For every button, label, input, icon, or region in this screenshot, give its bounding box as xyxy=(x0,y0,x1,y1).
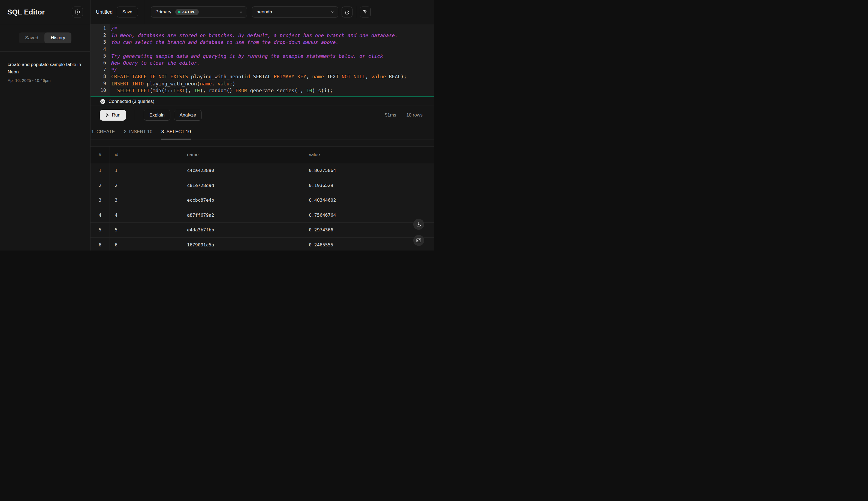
comment-token: You can select the branch and database t… xyxy=(111,39,339,45)
keyword-token: name xyxy=(312,74,324,79)
result-tab-1[interactable]: 1: CREATE xyxy=(91,125,116,139)
connection-status-bar: Connected (3 queries) xyxy=(90,97,434,106)
play-icon xyxy=(105,113,109,117)
line-number-gutter: 12345678910 xyxy=(90,24,110,96)
chevron-down-icon xyxy=(330,10,334,14)
sql-code-editor[interactable]: 12345678910 /*In Neon, databases are sto… xyxy=(90,24,434,96)
expand-results-button[interactable] xyxy=(413,235,424,246)
comment-token: */ xyxy=(111,67,117,73)
comment-token: Try generating sample data and querying … xyxy=(111,53,383,59)
line-number: 2 xyxy=(90,32,106,39)
code-line: In Neon, databases are stored on branche… xyxy=(111,32,434,39)
explain-button[interactable]: Explain xyxy=(144,110,171,121)
line-number: 6 xyxy=(90,60,106,66)
comment-token: New Query to clear the editor. xyxy=(111,60,200,66)
query-duration: 51ms xyxy=(385,113,396,118)
code-line: CREATE TABLE IF NOT EXISTS playing_with_… xyxy=(111,73,434,80)
table-row[interactable]: 33eccbc87e4b0.40344602 xyxy=(90,193,434,208)
branch-status-label: ACTIVE xyxy=(183,10,196,14)
keyword-token: TEXT xyxy=(173,88,185,93)
table-cell: 0.75646764 xyxy=(304,208,434,223)
table-row[interactable]: 11c4ca4238a00.86275864 xyxy=(90,163,434,178)
keyword-token: id xyxy=(244,74,250,79)
code-line: Try generating sample data and querying … xyxy=(111,53,434,60)
result-tab-3[interactable]: 3: SELECT 10 xyxy=(161,125,191,139)
sparkles-icon xyxy=(362,9,368,15)
line-number: 1 xyxy=(90,25,106,32)
code-token: ), xyxy=(185,88,194,93)
active-status-dot xyxy=(178,11,180,13)
table-cell: 1 xyxy=(110,163,182,178)
database-select-value: neondb xyxy=(256,9,272,15)
tab-history[interactable]: History xyxy=(44,32,72,43)
database-select[interactable]: neondb xyxy=(252,6,338,18)
keyword-token: SELECT xyxy=(117,88,135,93)
query-row-count: 10 rows xyxy=(406,113,422,118)
saved-history-toggle: Saved History xyxy=(19,32,72,43)
tab-saved[interactable]: Saved xyxy=(19,32,44,43)
code-token: TEXT xyxy=(324,74,342,79)
table-row[interactable]: 44a87ff679a20.75646764 xyxy=(90,208,434,223)
code-token: playing_with_neon( xyxy=(188,74,244,79)
keyword-token: PRIMARY KEY xyxy=(274,74,306,79)
code-line: */ xyxy=(111,66,434,73)
row-number-cell: 5 xyxy=(90,223,110,237)
line-number: 3 xyxy=(90,39,106,45)
code-token xyxy=(111,88,117,93)
check-circle-icon xyxy=(100,98,106,105)
keyword-token: value xyxy=(371,74,386,79)
code-area[interactable]: /*In Neon, databases are stored on branc… xyxy=(110,24,434,96)
table-cell: 5 xyxy=(110,223,182,237)
column-header-id: id xyxy=(110,147,182,163)
query-name[interactable]: Untitled xyxy=(96,9,113,15)
table-cell: 6 xyxy=(110,238,182,251)
history-list-item[interactable]: create and populate sample table in Neon… xyxy=(8,61,83,83)
line-number: 9 xyxy=(90,80,106,87)
keyword-token: LEFT xyxy=(138,88,150,93)
number-token: 1 xyxy=(297,88,300,93)
results-table-header: #idnamevalue xyxy=(90,146,434,163)
keyword-token: FROM xyxy=(235,88,247,93)
run-button[interactable]: Run xyxy=(100,110,126,121)
code-line: /* xyxy=(111,25,434,32)
sql-editor-app: SQL Editor Saved History create and popu… xyxy=(0,0,434,250)
save-button[interactable]: Save xyxy=(117,7,138,18)
table-cell: eccbc87e4b xyxy=(182,193,304,207)
code-token: ) s(i); xyxy=(312,88,333,93)
branch-select[interactable]: Primary ACTIVE xyxy=(151,6,247,18)
line-number: 5 xyxy=(90,53,106,60)
table-row[interactable]: 22c81e728d9d0.1936529 xyxy=(90,178,434,193)
query-timing-button[interactable] xyxy=(342,7,352,18)
table-cell: 0.40344602 xyxy=(304,193,434,207)
download-results-button[interactable] xyxy=(413,219,424,230)
code-line: You can select the branch and database t… xyxy=(111,39,434,45)
code-token: , xyxy=(365,74,371,79)
line-number: 10 xyxy=(90,87,106,94)
code-token: REAL); xyxy=(386,74,407,79)
toolbar-actions xyxy=(338,6,371,18)
editor-toolbar: Untitled Save Primary ACTIVE neondb xyxy=(90,0,434,24)
sidebar-tabs: Saved History xyxy=(0,24,90,52)
code-line: INSERT INTO playing_with_neon(name, valu… xyxy=(111,80,434,87)
table-row[interactable]: 661679091c5a0.2465555 xyxy=(90,238,434,251)
code-token xyxy=(135,88,138,93)
history-item-timestamp: Apr 16, 2025 - 10:46pm xyxy=(8,78,83,83)
run-action-bar: Run Explain Analyze 51ms 10 rows xyxy=(90,106,434,125)
comment-token: /* xyxy=(111,26,117,31)
table-row[interactable]: 55e4da3b7fbb0.2974366 xyxy=(90,223,434,238)
line-number: 4 xyxy=(90,46,106,53)
new-query-button[interactable] xyxy=(72,7,83,18)
code-token: ), random() xyxy=(200,88,235,93)
table-cell: 0.86275864 xyxy=(304,163,434,178)
results-table-body: 11c4ca4238a00.8627586422c81e728d9d0.1936… xyxy=(90,163,434,250)
table-cell: c81e728d9d xyxy=(182,178,304,193)
code-line: New Query to clear the editor. xyxy=(111,60,434,66)
branch-status-badge: ACTIVE xyxy=(175,9,199,15)
history-item-title: create and populate sample table in Neon xyxy=(8,61,84,76)
analyze-button[interactable]: Analyze xyxy=(174,110,202,121)
code-line xyxy=(111,46,434,53)
code-token: (md5(i:: xyxy=(150,88,173,93)
result-tab-2[interactable]: 2: INSERT 10 xyxy=(123,125,153,139)
ai-assist-button[interactable] xyxy=(360,7,371,18)
row-number-cell: 1 xyxy=(90,163,110,178)
